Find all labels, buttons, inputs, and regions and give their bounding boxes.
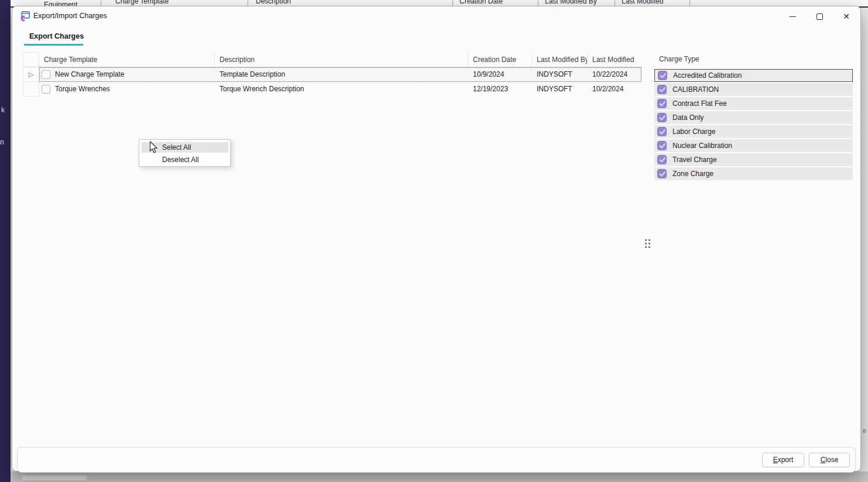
checked-checkbox-icon[interactable] [657,127,667,136]
checked-checkbox-icon[interactable] [657,99,667,108]
checked-checkbox-icon[interactable] [657,169,667,178]
close-icon: ✕ [843,12,850,20]
row-description-cell: Template Description [215,67,468,82]
checked-checkbox-icon[interactable] [657,141,667,150]
table-body-row-wrap: ▷ New Charge Template Template Descripti… [23,67,641,82]
close-button-label-rest: lose [825,456,838,464]
minimize-button[interactable] [779,7,806,26]
charge-type-item-label: Travel Charge [673,156,717,164]
row-checkbox[interactable] [42,85,50,94]
row-last-modified-by-cell: INDYSOFT [532,82,588,97]
background-scrollbar-thumb [22,476,87,480]
charge-type-item[interactable]: Labor Charge [654,125,853,138]
close-button[interactable]: ✕ [833,7,860,26]
charge-type-item-label: Nuclear Calibration [673,142,732,150]
bg-col-last-modified: Last Modified [622,0,663,5]
dialog-footer: Export Close [17,447,856,473]
checked-checkbox-icon[interactable] [657,155,667,164]
grip-dot [649,246,650,248]
charge-type-list: Accredited Calibration CALIBRATION Contr… [654,69,853,181]
minimize-icon [790,16,796,17]
charge-type-item-label: CALIBRATION [673,85,719,94]
charge-template-table: Charge Template Description Creation Dat… [23,52,641,97]
export-button[interactable]: Export [762,453,804,467]
tab-export-charges[interactable]: Export Charges [29,32,84,40]
charge-type-item-label: Labor Charge [673,128,715,136]
close-dialog-button[interactable]: Close [809,453,850,467]
grip-dot [649,243,650,245]
export-button-mnemonic: E [773,456,778,464]
charge-type-item-label: Data Only [673,113,704,122]
checked-checkbox-icon[interactable] [657,113,667,122]
table-row[interactable]: New Charge Template Template Description… [39,67,641,82]
charge-type-item-label: Zone Charge [673,170,713,178]
row-creation-date-cell: 10/9/2024 [468,67,532,82]
bg-col-creation-date: Creation Date [459,0,503,5]
row-template-cell: Torque Wrenches [39,82,215,97]
col-header-last-modified-by[interactable]: Last Modified By [532,52,588,67]
bg-col-last-modified-by: Last Modified By [545,0,597,5]
row-description-cell: Torque Wrench Description [215,82,468,97]
row-creation-date-cell: 12/19/2023 [468,82,532,97]
app-window-icon [20,11,30,21]
splitter-grip[interactable] [645,239,650,248]
table-body-row-wrap: Torque Wrenches Torque Wrench Descriptio… [23,82,641,97]
charge-type-item-label: Contract Flat Fee [673,99,727,108]
row-expander[interactable]: ▷ [23,67,39,82]
row-last-modified-cell: 10/22/2024 [588,67,641,82]
mouse-cursor-icon [149,141,158,156]
row-header-corner [23,52,39,67]
bg-col-charge-template: Charge Template [115,0,169,5]
checked-checkbox-icon[interactable] [657,85,667,94]
col-header-charge-template[interactable]: Charge Template [39,52,215,67]
tab-active-underline [24,44,83,46]
row-checkbox[interactable] [42,70,50,79]
bg-col-description: Description [256,0,291,5]
table-header-row: Charge Template Description Creation Dat… [23,52,641,67]
charge-type-item[interactable]: Data Only [654,111,853,124]
col-header-creation-date[interactable]: Creation Date [468,52,532,67]
maximize-button[interactable] [806,7,833,26]
checked-checkbox-icon[interactable] [658,71,667,80]
export-import-charges-dialog: Export/Import Charges ✕ Export Charges C… [12,6,861,471]
grip-dot [645,246,647,248]
grip-dot [645,243,647,245]
row-template-cell: New Charge Template [39,67,215,82]
charge-type-item[interactable]: Zone Charge [654,167,853,180]
charge-type-item[interactable]: Nuclear Calibration [654,139,853,152]
row-last-modified-cell: 10/2/2024 [588,82,641,97]
export-button-label-rest: xport [778,456,794,464]
row-template-text: New Charge Template [55,67,125,82]
col-header-last-modified[interactable]: Last Modified [588,52,641,67]
row-last-modified-by-cell: INDYSOFT [532,67,588,82]
dialog-titlebar[interactable]: Export/Import Charges ✕ [12,6,860,26]
table-row[interactable]: Torque Wrenches Torque Wrench Descriptio… [39,82,641,97]
col-header-description[interactable]: Description [215,52,468,67]
charge-type-item[interactable]: Travel Charge [654,153,853,166]
grip-dot [649,239,650,241]
maximize-icon [816,13,823,20]
expander-triangle-icon: ▷ [29,71,33,78]
bg-sidebar-text-fragment: k [1,106,5,114]
charge-type-item[interactable]: Contract Flat Fee [654,97,853,110]
background-bottom-strip [11,471,868,482]
row-header-cell [23,82,39,97]
charge-type-item[interactable]: CALIBRATION [654,83,853,96]
row-template-text: Torque Wrenches [55,82,110,97]
bg-edge-glyph: o [863,428,866,434]
grip-dot [645,239,647,241]
charge-type-item-label: Accredited Calibration [673,71,742,80]
bg-sidebar-text-fragment: n [0,138,4,146]
dialog-title: Export/Import Charges [33,12,107,20]
charge-type-label: Charge Type [659,55,699,63]
background-sidebar: k n [0,0,11,482]
charge-type-item[interactable]: Accredited Calibration [654,69,853,82]
screen: { "window": { "title": "Export/Import Ch… [0,0,868,482]
